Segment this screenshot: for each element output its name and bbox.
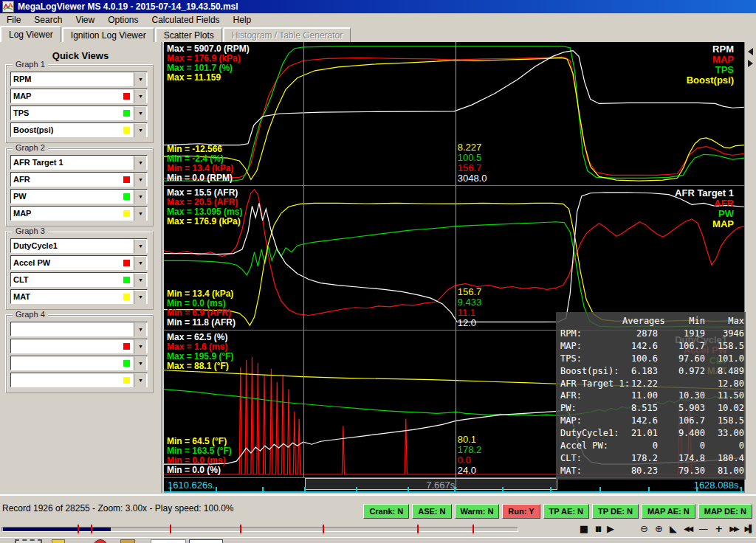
dropdown-arrow-icon[interactable]: ▼ [134,207,147,221]
max-label: Max = 88.1 (°F) [167,362,234,371]
tab-histogram-table-generator[interactable]: Histogram / Table Generator [223,27,351,42]
menu-help[interactable]: Help [227,15,258,25]
graph4-series1-select[interactable]: ▼ [10,322,148,336]
graph3-series2-select[interactable]: Accel PW ▼ [10,255,148,270]
taskbar-icon[interactable] [15,539,42,543]
cursor-line[interactable] [456,331,456,477]
graph1-min-labels: Min = -12.566 Min = -2.4 (%) Min = 13.4 … [167,145,233,183]
menu-calculated-fields[interactable]: Calculated Fields [145,15,227,25]
graph2-series2-select[interactable]: AFR ▼ [10,172,148,187]
timeline-tick [550,487,551,491]
indicator-map-de: MAP DE: N [698,504,752,519]
indicator-warm: Warm: N [455,504,500,519]
timeline-window-span: 7.667s. [426,480,458,491]
zoom-in-button[interactable]: ⊕ [655,523,663,535]
graph1-series4-select[interactable]: Boost(psi) ▼ [10,122,148,137]
playback-bar: ■ ▮▮ ▶ ⊖ ⊕ ◣ ◀◀ — + ▶▶ ▶▌ [0,521,756,537]
graph2-group: Graph 2 AFR Target 1 ▼ AFR ▼ PW ▼ MAP ▼ [6,148,154,226]
graph2-panel[interactable]: Max = 15.5 (AFR) Max = 20.5 (AFR) Max = … [164,186,744,331]
record-marker-line [303,331,304,477]
tab-ignition-log-viewer[interactable]: Ignition Log Viewer [62,27,154,42]
step-back-button[interactable]: ◀◀ [684,523,692,535]
menu-options[interactable]: Options [101,15,145,25]
graph3-group: Graph 3 DutyCycle1 ▼ Accel PW ▼ CLT ▼ MA… [6,232,154,310]
taskbar-icon[interactable] [120,539,135,543]
step-forward-button[interactable]: ▶▶ [729,523,738,535]
go-end-button[interactable]: ▶▌ [745,523,753,535]
taskbar-icon[interactable] [52,539,65,543]
stats-row: MAP:142.6106.7158.5 [560,415,744,427]
cursor-value: 3048.0 [458,173,487,184]
chart-splitter[interactable] [744,42,756,493]
series-color-swatch [123,210,130,217]
graph3-series1-select[interactable]: DutyCycle1 ▼ [10,238,148,253]
dropdown-arrow-icon[interactable]: ▼ [134,339,147,353]
graph1-series2-select[interactable]: MAP ▼ [10,89,148,103]
dropdown-arrow-icon[interactable]: ▼ [134,322,147,336]
series-color-swatch [123,294,130,300]
stats-row: AFR Target 1:12.2212.80 [560,378,744,390]
graph2-series4-select[interactable]: MAP ▼ [10,206,148,221]
group-label: Graph 3 [13,226,48,235]
dropdown-arrow-icon[interactable]: ▼ [134,256,147,270]
collapse-left-icon[interactable] [748,48,753,55]
dropdown-arrow-icon[interactable]: ▼ [134,373,147,387]
play-button[interactable]: ▶ [607,523,614,535]
taskbar-window-button[interactable] [189,539,223,543]
timeline-scrollbar[interactable]: 1610.626s. 7.667s. 1628.088s. [164,478,744,493]
series-color-swatch [123,360,130,367]
group-label: Graph 2 [13,143,48,152]
fit-graph-button[interactable]: ◣ [670,523,677,535]
dropdown-arrow-icon[interactable]: ▼ [134,356,147,370]
dropdown-arrow-icon[interactable]: ▼ [134,173,147,187]
span-minus-button[interactable]: — [698,523,708,535]
graph1-series3-select[interactable]: TPS ▼ [10,106,148,120]
graph3-series3-select[interactable]: CLT ▼ [10,272,148,287]
graph2-series1-select[interactable]: AFR Target 1 ▼ [10,155,148,170]
menu-search[interactable]: Search [27,15,69,25]
dropdown-arrow-icon[interactable]: ▼ [134,72,147,86]
series-color-swatch [123,127,130,134]
pause-button[interactable]: ▮▮ [595,523,600,535]
menu-file[interactable]: File [0,15,27,25]
expand-right-icon[interactable] [748,60,753,67]
dropdown-arrow-icon[interactable]: ▼ [134,273,147,287]
tab-scatter-plots[interactable]: Scatter Plots [155,27,222,42]
zoom-out-button[interactable]: ⊖ [640,523,648,535]
dropdown-arrow-icon[interactable]: ▼ [134,156,147,170]
stats-row: AFR:11.0010.3011.50 [560,390,744,402]
playback-slider-handle[interactable] [3,528,111,531]
dropdown-arrow-icon[interactable]: ▼ [134,106,147,120]
cursor-value: 178.2 [458,445,482,455]
tab-log-viewer[interactable]: Log Viewer [0,26,61,42]
dropdown-arrow-icon[interactable]: ▼ [134,190,147,204]
graph1-series1-select[interactable]: RPM ▼ [10,72,148,86]
legend-item: AFR [675,198,734,209]
dropdown-arrow-icon[interactable]: ▼ [134,89,147,103]
stop-button[interactable]: ■ [580,523,588,535]
dropdown-arrow-icon[interactable]: ▼ [134,123,147,137]
playback-slider[interactable] [1,527,518,532]
graph1-panel[interactable]: Max = 5907.0 (RPM) Max = 176.9 (kPa) Max… [164,42,744,186]
cursor-value: 8.227 [458,142,487,153]
field-value: MAT [11,292,123,301]
graph2-series3-select[interactable]: PW ▼ [10,189,148,204]
event-mark [91,525,92,533]
span-plus-button[interactable]: + [715,523,723,535]
indicator-tp-ae: TP AE: N [543,504,589,519]
dropdown-arrow-icon[interactable]: ▼ [134,239,147,253]
timeline-start-time: 1610.626s. [168,480,215,491]
cursor-line[interactable] [456,42,456,185]
graph4-series2-select[interactable]: ▼ [10,339,148,353]
graph3-series4-select[interactable]: MAT ▼ [10,289,148,304]
legend-item: PW [675,209,734,219]
graph4-series4-select[interactable]: ▼ [10,373,148,387]
cursor-line[interactable] [456,186,456,330]
graph4-series3-select[interactable]: ▼ [10,356,148,370]
taskbar-icon[interactable] [93,539,108,543]
timeline-tick [502,487,504,491]
dropdown-arrow-icon[interactable]: ▼ [134,290,147,304]
stats-header-max: Max [705,315,744,328]
taskbar-window-button[interactable] [151,539,186,543]
menu-view[interactable]: View [69,15,101,25]
